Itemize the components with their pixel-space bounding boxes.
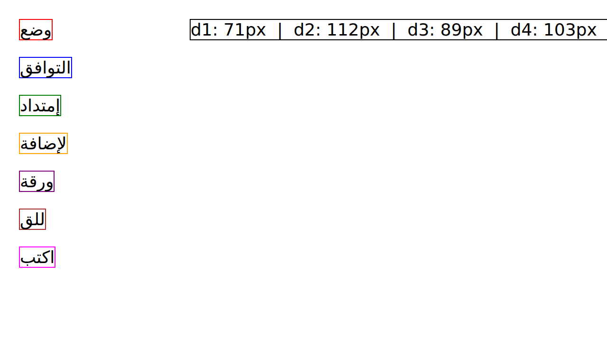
- word-emtedad: إمتداد: [19, 95, 61, 116]
- word-waraqa: ورقة: [19, 171, 55, 192]
- word-altawafuq: التوافق: [19, 57, 72, 78]
- word-ledafa: لإضافة: [19, 133, 68, 154]
- debug-screen: وضع التوافق إمتداد لإضافة ورقة للق اكتب …: [0, 0, 607, 364]
- word-lelq: للق: [19, 209, 46, 230]
- word-ektb: اكتب: [19, 246, 55, 268]
- word-wadaa: وضع: [19, 19, 53, 40]
- width-report: d1: 71px | d2: 112px | d3: 89px | d4: 10…: [190, 19, 607, 40]
